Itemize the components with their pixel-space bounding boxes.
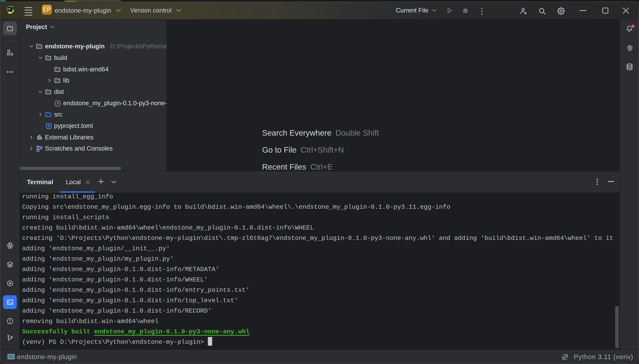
svg-text:PC: PC — [8, 8, 11, 10]
svg-text:T: T — [48, 124, 50, 128]
svg-text:?: ? — [57, 102, 59, 106]
